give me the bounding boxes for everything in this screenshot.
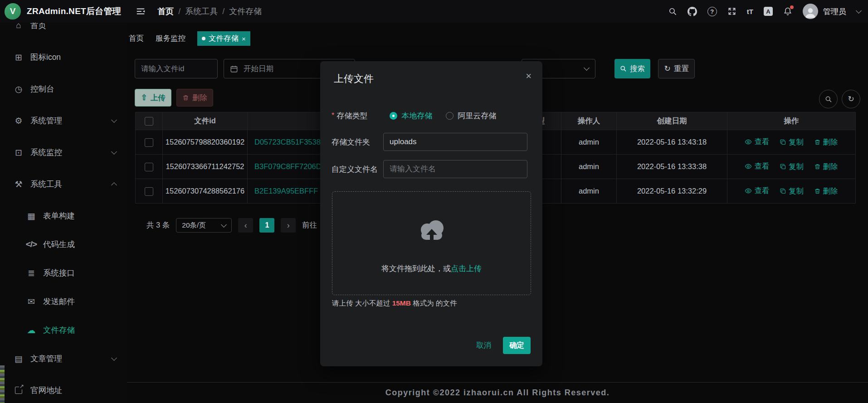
cancel-button[interactable]: 取消 <box>472 337 496 354</box>
sidebar-item-label: 图标icon <box>30 52 61 63</box>
tab-home[interactable]: 首页 <box>129 34 144 44</box>
sidebar-item-file-storage[interactable]: ☁ 文件存储 <box>0 320 127 340</box>
next-page-button[interactable]: › <box>281 218 296 233</box>
github-icon[interactable] <box>688 7 697 16</box>
row-checkbox[interactable] <box>145 138 153 147</box>
search-button[interactable]: 搜索 <box>614 59 650 78</box>
app-title: ZRAdmin.NET后台管理 <box>27 5 121 17</box>
cell-operator: admin <box>561 155 617 179</box>
fullscreen-icon[interactable] <box>727 7 736 16</box>
document-icon: ▤ <box>13 354 24 364</box>
breadcrumb: 首页 / 系统工具 / 文件存储 <box>157 6 262 17</box>
copy-icon <box>780 139 786 146</box>
breadcrumb-home[interactable]: 首页 <box>157 6 174 17</box>
page-1-button[interactable]: 1 <box>259 218 274 233</box>
corner-strip-decoration <box>0 365 5 403</box>
select-chevron-icon <box>221 222 227 228</box>
cell-ops: 查看 复制 删除 <box>727 130 856 155</box>
goto-label: 前往 <box>302 220 317 230</box>
grid-icon: ⊞ <box>13 52 24 63</box>
prev-page-button[interactable]: ‹ <box>238 218 253 233</box>
delete-button[interactable]: 删除 <box>814 137 838 147</box>
calendar-icon <box>230 65 238 73</box>
sidebar-item-code-gen[interactable]: </> 代码生成 <box>0 234 127 254</box>
sidebar-item-official-site[interactable]: 官网地址 <box>0 380 127 400</box>
tab-service-monitor[interactable]: 服务监控 <box>156 34 185 44</box>
radio-aliyun-storage-label[interactable]: 阿里云存储 <box>458 111 496 121</box>
cell-file-id: 1526075798820360192 <box>163 130 248 155</box>
page-size-select[interactable]: 20条/页 <box>176 218 232 233</box>
sidebar-item-system-tools[interactable]: ⚒ 系统工具 <box>0 174 127 194</box>
upload-arrow-icon: ⇧ <box>141 93 147 102</box>
eye-icon <box>745 187 752 194</box>
confirm-button[interactable]: 确定 <box>503 337 531 354</box>
view-button[interactable]: 查看 <box>745 137 769 147</box>
cell-ops: 查看 复制 删除 <box>727 155 856 179</box>
upload-dropzone[interactable]: 将文件拖到此处，或点击上传 <box>332 191 531 295</box>
sidebar-item-console[interactable]: ◷ 控制台 <box>0 79 127 99</box>
col-ops: 操作 <box>727 112 856 130</box>
sidebar-item-label: 文件存储 <box>43 325 75 335</box>
max-size-text: 15MB <box>392 299 411 307</box>
sidebar-item-send-mail[interactable]: ✉ 发送邮件 <box>0 291 127 311</box>
radio-aliyun-storage[interactable] <box>446 112 454 120</box>
sidebar-item-system-monitor[interactable]: ⊡ 系统监控 <box>0 142 127 162</box>
trash-icon <box>814 139 821 146</box>
copy-button[interactable]: 复制 <box>780 162 804 172</box>
delete-button[interactable]: 删除 <box>814 162 838 172</box>
language-icon[interactable]: A <box>764 7 773 16</box>
select-all-checkbox[interactable] <box>145 117 153 126</box>
row-checkbox[interactable] <box>145 163 153 171</box>
sidebar-item-system-manage[interactable]: ⚙ 系统管理 <box>0 111 127 131</box>
sidebar-item-label: 系统监控 <box>30 147 62 158</box>
notification-badge <box>790 5 794 9</box>
toggle-search-icon[interactable] <box>819 90 838 108</box>
refresh-table-icon[interactable]: ↻ <box>842 90 860 108</box>
breadcrumb-current: 文件存储 <box>229 6 262 17</box>
mail-icon: ✉ <box>25 296 37 307</box>
dialog-close-icon[interactable]: × <box>526 71 532 81</box>
copy-button[interactable]: 复制 <box>780 186 804 196</box>
cloud-upload-icon <box>414 218 449 243</box>
file-id-input[interactable] <box>135 59 218 78</box>
dialog-footer: 取消 确定 <box>472 337 531 354</box>
batch-delete-button[interactable]: 删除 <box>176 89 213 107</box>
view-button[interactable]: 查看 <box>745 186 769 196</box>
cell-operator: admin <box>561 130 617 155</box>
copy-button[interactable]: 复制 <box>780 137 804 147</box>
folder-row: 存储文件夹 <box>332 135 370 149</box>
topbar-actions: ? tT A 管理员 <box>668 4 861 19</box>
user-menu-chevron-icon[interactable] <box>856 8 862 14</box>
copy-icon <box>780 163 786 170</box>
sidebar-collapse-icon[interactable] <box>136 6 146 16</box>
search-icon[interactable] <box>668 7 677 16</box>
avatar[interactable] <box>803 4 818 19</box>
sidebar: ⌂ 首页 ⊞ 图标icon ◷ 控制台 ⚙ 系统管理 ⊡ 系统监控 ⚒ 系统工具… <box>0 0 127 403</box>
sidebar-item-article-manage[interactable]: ▤ 文章管理 <box>0 349 127 369</box>
tab-file-storage[interactable]: 文件存储 × <box>197 31 250 46</box>
view-button[interactable]: 查看 <box>745 161 769 171</box>
sidebar-item-icons[interactable]: ⊞ 图标icon <box>0 47 127 67</box>
user-name[interactable]: 管理员 <box>823 6 846 17</box>
notification-bell-icon[interactable] <box>783 7 792 16</box>
copy-icon <box>780 188 786 194</box>
radio-local-storage[interactable] <box>390 112 397 120</box>
sidebar-item-form-builder[interactable]: ▦ 表单构建 <box>0 206 127 226</box>
filename-input[interactable] <box>383 160 527 178</box>
cell-operator: admin <box>561 179 617 204</box>
click-upload-link[interactable]: 点击上传 <box>451 264 482 273</box>
delete-button[interactable]: 删除 <box>814 186 838 196</box>
tab-close-icon[interactable]: × <box>242 35 246 43</box>
reset-button[interactable]: ↻ 重置 <box>658 59 695 78</box>
folder-input[interactable] <box>383 133 527 151</box>
upload-button[interactable]: ⇧ 上传 <box>135 89 171 107</box>
filename-row: 自定义文件名 <box>332 162 378 176</box>
row-checkbox[interactable] <box>145 187 153 196</box>
upload-dialog: 上传文件 × * 存储类型 本地存储 阿里云存储 存储文件夹 自定义文件名 <box>320 61 542 366</box>
sidebar-item-system-api[interactable]: ≣ 系统接口 <box>0 263 127 283</box>
radio-local-storage-label[interactable]: 本地存储 <box>401 111 432 121</box>
help-icon[interactable]: ? <box>707 7 717 16</box>
monitor-icon: ⊡ <box>13 147 24 158</box>
font-size-icon[interactable]: tT <box>747 8 753 15</box>
breadcrumb-section[interactable]: 系统工具 <box>185 6 218 17</box>
